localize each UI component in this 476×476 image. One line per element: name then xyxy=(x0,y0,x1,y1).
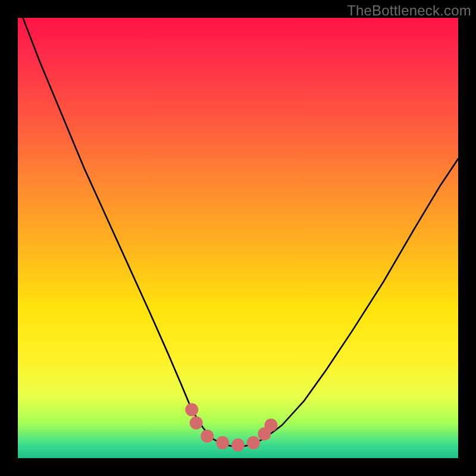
marker-dot xyxy=(265,419,278,432)
marker-dots xyxy=(185,403,277,452)
marker-dot xyxy=(247,436,260,449)
marker-dot xyxy=(190,416,203,430)
marker-dot xyxy=(258,427,271,440)
chart-frame: TheBottleneck.com xyxy=(0,0,476,476)
marker-dot xyxy=(231,439,245,452)
watermark-text: TheBottleneck.com xyxy=(347,2,471,19)
marker-dot xyxy=(201,430,214,443)
marker-dot xyxy=(216,436,229,449)
curve-path xyxy=(18,18,458,447)
plot-area xyxy=(18,18,458,458)
bottleneck-curve xyxy=(18,18,458,458)
marker-dot xyxy=(185,403,198,416)
